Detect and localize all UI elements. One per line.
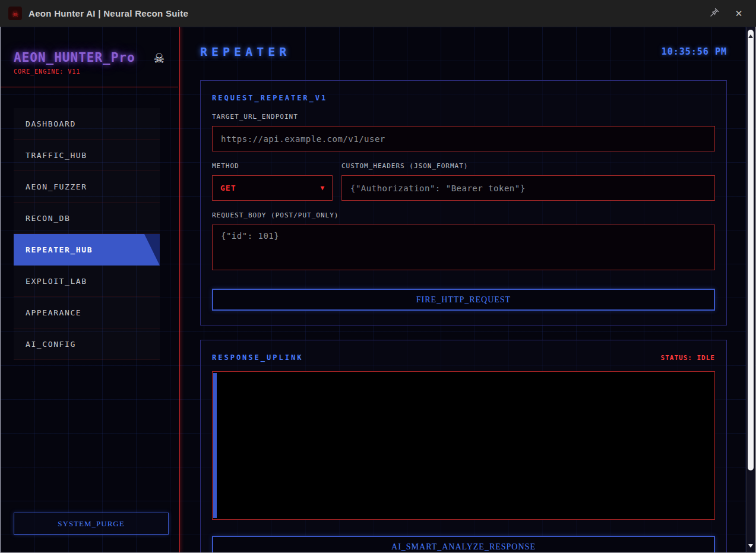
request-panel-title: REQUEST_REPEATER_V1 — [212, 94, 715, 102]
titlebar: ☠ Aeon Hunter AI | Neural Recon Suite ✕ — [0, 0, 756, 27]
main-content: REPEATER 10:35:56 PM REQUEST_REPEATER_V1… — [180, 27, 755, 552]
request-body-textarea[interactable]: {"id": 101} — [212, 225, 715, 270]
method-label: METHOD — [212, 162, 333, 170]
close-icon: ✕ — [735, 8, 743, 19]
sidebar-item-recon-db[interactable]: RECON_DB — [14, 203, 160, 234]
fire-http-request-button[interactable]: FIRE_HTTP_REQUEST — [212, 289, 715, 311]
sidebar-item-dashboard[interactable]: DASHBOARD — [14, 108, 160, 140]
custom-headers-label: CUSTOM_HEADERS (JSON_FORMAT) — [341, 162, 715, 170]
target-url-input[interactable] — [212, 126, 715, 151]
method-selected-value: GET — [220, 184, 236, 192]
pin-icon — [710, 8, 719, 20]
close-button[interactable]: ✕ — [730, 5, 748, 23]
sidebar-item-ai-config[interactable]: AI_CONFIG — [14, 328, 160, 360]
main-header: REPEATER 10:35:56 PM — [200, 45, 727, 59]
app-skull-icon: ☠ — [8, 7, 22, 20]
core-engine-version: CORE_ENGINE: V11 — [14, 68, 165, 75]
ai-analyze-response-button[interactable]: AI_SMART_ANALYZE_RESPONSE — [212, 536, 715, 552]
scroll-down-icon[interactable] — [748, 544, 753, 548]
page-title: REPEATER — [200, 45, 290, 59]
logo-row: AEON_HUNTER_Pro ☠ — [14, 49, 165, 65]
app-logo: AEON_HUNTER_Pro — [14, 50, 135, 65]
sidebar-menu: DASHBOARD TRAFFIC_HUB AEON_FUZZER RECON_… — [14, 108, 160, 360]
status-badge: STATUS: IDLE — [661, 354, 715, 362]
system-purge-button[interactable]: SYSTEM_PURGE — [14, 513, 169, 535]
scroll-up-icon — [748, 34, 753, 38]
window-body: AEON_HUNTER_Pro ☠ CORE_ENGINE: V11 DASHB… — [0, 27, 756, 553]
sidebar-divider — [1, 87, 178, 87]
sidebar-item-exploit-lab[interactable]: EXPLOIT_LAB — [14, 266, 160, 297]
method-headers-row: METHOD GET ▼ CUSTOM_HEADERS (JSON_FORMAT… — [212, 151, 715, 201]
skull-icon: ☠ — [154, 49, 164, 65]
sidebar-item-repeater-hub[interactable]: REPEATER_HUB — [14, 234, 160, 266]
response-scrollbar-accent[interactable] — [213, 373, 217, 518]
window-title: Aeon Hunter AI | Neural Recon Suite — [29, 8, 188, 18]
clock: 10:35:56 PM — [662, 46, 727, 57]
sidebar: AEON_HUNTER_Pro ☠ CORE_ENGINE: V11 DASHB… — [1, 27, 180, 552]
custom-headers-input[interactable] — [341, 175, 715, 201]
response-panel-title: RESPONSE_UPLINK — [212, 353, 303, 362]
scrollbar-thumb[interactable] — [748, 30, 754, 470]
method-select[interactable]: GET ▼ — [212, 175, 333, 201]
vertical-scrollbar[interactable] — [746, 27, 755, 552]
response-uplink-panel: RESPONSE_UPLINK STATUS: IDLE AI_SMART_AN… — [200, 340, 727, 552]
headers-column: CUSTOM_HEADERS (JSON_FORMAT) — [341, 151, 715, 201]
sidebar-item-traffic-hub[interactable]: TRAFFIC_HUB — [14, 140, 160, 171]
pin-button[interactable] — [706, 5, 723, 23]
response-header: RESPONSE_UPLINK STATUS: IDLE — [212, 353, 715, 362]
sidebar-item-appearance[interactable]: APPEARANCE — [14, 297, 160, 328]
response-output-area — [212, 371, 715, 520]
request-repeater-panel: REQUEST_REPEATER_V1 TARGET_URL_ENDPOINT … — [200, 80, 727, 326]
request-body-label: REQUEST_BODY (POST/PUT_ONLY) — [212, 211, 715, 219]
target-url-label: TARGET_URL_ENDPOINT — [212, 113, 715, 121]
chevron-down-icon: ▼ — [320, 184, 324, 192]
app-window: ☠ Aeon Hunter AI | Neural Recon Suite ✕ … — [0, 0, 756, 553]
sidebar-item-aeon-fuzzer[interactable]: AEON_FUZZER — [14, 171, 160, 203]
method-column: METHOD GET ▼ — [212, 151, 333, 201]
